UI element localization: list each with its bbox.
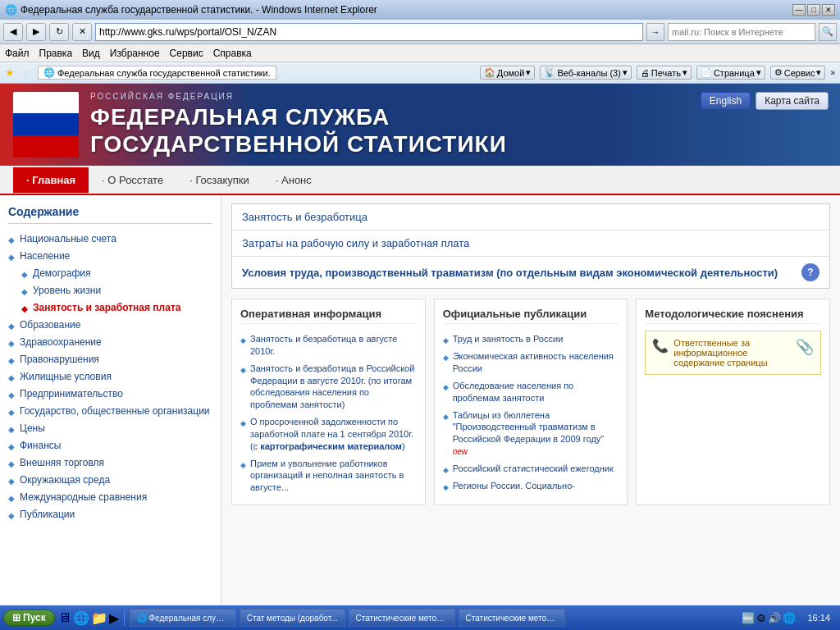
page-btn[interactable]: 📄 Страница ▾ <box>696 66 765 80</box>
col2-item-4[interactable]: ◆ Российский статистический ежегодник <box>443 460 619 477</box>
quick-launch: 🖥 🌐 📁 ▶ <box>58 610 119 626</box>
sidebar-item-living[interactable]: ◆ Уровень жизни <box>8 282 212 299</box>
tray-icon-1: 🔤 <box>742 612 755 624</box>
start-btn[interactable]: ⊞ Пуск <box>3 609 55 626</box>
nav-announce[interactable]: · Анонс <box>262 167 325 193</box>
sidebar-item-international[interactable]: ◆ Международные сравнения <box>8 489 212 506</box>
taskbar: ⊞ Пуск 🖥 🌐 📁 ▶ 🌐 Федеральная служб... Ст… <box>0 605 840 630</box>
desktop-icon[interactable]: 🖥 <box>58 610 71 625</box>
system-tray: 🔤 ⚙ 🔊 🌐 <box>742 612 796 624</box>
paperclip-icon: 📎 <box>796 338 814 356</box>
stop-btn[interactable]: ✕ <box>72 23 92 41</box>
bullet-icon: ◆ <box>8 355 15 367</box>
col1-item-0[interactable]: ◆ Занятость и безработица в августе 2010… <box>240 331 417 360</box>
bullet-icon: ◆ <box>8 338 15 349</box>
menu-edit[interactable]: Правка <box>39 48 73 59</box>
search-go-btn[interactable]: 🔍 <box>819 23 837 41</box>
bullet-icon: ◆ <box>8 252 15 263</box>
sidebar-item-health[interactable]: ◆ Здравоохранение <box>8 334 212 351</box>
taskbar-btn-2[interactable]: Стат методы (доработ... <box>240 609 345 627</box>
content-link-costs[interactable]: Затраты на рабочую силу и заработная пла… <box>232 231 829 257</box>
bullet-icon: ◆ <box>8 424 15 436</box>
sidebar-item-prices[interactable]: ◆ Цены <box>8 420 212 437</box>
content-link-conditions[interactable]: Условия труда, производственный травмати… <box>232 257 829 288</box>
bullet-icon-active: ◆ <box>21 304 28 315</box>
sidebar-item-trade[interactable]: ◆ Внешняя торговля <box>8 454 212 472</box>
menu-view[interactable]: Вид <box>82 48 100 59</box>
sidebar-item-publications[interactable]: ◆ Публикации <box>8 506 212 523</box>
chevron-down-icon: ▾ <box>526 67 531 78</box>
page-icon: 📄 <box>701 67 712 78</box>
header-title: ФЕДЕРАЛЬНАЯ СЛУЖБА ГОСУДАРСТВЕННОЙ СТАТИ… <box>90 104 507 157</box>
col1-item-1[interactable]: ◆ Занятость и безработица в Российской Ф… <box>240 360 417 413</box>
sidebar-item-finance[interactable]: ◆ Финансы <box>8 437 212 454</box>
content-area: Занятость и безработица Затраты на рабоч… <box>221 195 840 609</box>
col2-item-1[interactable]: ◆ Экономическая активность населения Рос… <box>443 348 619 377</box>
print-btn[interactable]: 🖨 Печать ▾ <box>637 66 692 80</box>
go-btn[interactable]: → <box>646 23 664 41</box>
bullet-icon: ◆ <box>8 510 15 522</box>
feeds-btn[interactable]: 📡 Веб-каналы (3) ▾ <box>540 66 631 80</box>
taskbar-btn-4[interactable]: Статистические метод... <box>459 609 565 627</box>
col2-item-0[interactable]: ◆ Труд и занятость в России <box>443 331 619 348</box>
bullet-icon: ◆ <box>443 465 449 475</box>
note-box[interactable]: 📞 Ответственные за информационное содерж… <box>645 331 821 375</box>
sidebar-item-housing[interactable]: ◆ Жилищные условия <box>8 368 212 386</box>
favorites-bar: ★ ☆ 🌐 Федеральная служба государственной… <box>0 62 840 84</box>
tray-icon-4: 🌐 <box>783 612 796 624</box>
media-icon[interactable]: ▶ <box>109 610 119 626</box>
content-link-employment[interactable]: Занятость и безработица <box>232 204 829 231</box>
taskbar-btn-1[interactable]: 🌐 Федеральная служб... <box>130 609 236 627</box>
sitemap-btn[interactable]: Карта сайта <box>756 92 829 110</box>
nav-about[interactable]: · О Росстате <box>89 167 176 193</box>
sidebar-item-business[interactable]: ◆ Предпринимательство <box>8 386 212 403</box>
site-header: РОССИЙСКАЯ ФЕДЕРАЦИЯ ФЕДЕРАЛЬНАЯ СЛУЖБА … <box>0 84 840 166</box>
menu-help[interactable]: Справка <box>213 48 252 59</box>
nav-home[interactable]: · Главная <box>13 167 89 193</box>
maximize-btn[interactable]: □ <box>807 4 820 16</box>
forward-btn[interactable]: ▶ <box>26 23 46 41</box>
chevron-right-icon: » <box>830 68 835 77</box>
official-publications-title: Официальные публикации <box>443 308 619 324</box>
clock: 16:14 <box>801 613 837 623</box>
close-btn[interactable]: ✕ <box>822 4 835 16</box>
home-btn[interactable]: 🏠 Домой ▾ <box>480 66 536 80</box>
bullet-icon: ◆ <box>443 382 449 392</box>
col1-item-2[interactable]: ◆ О просроченной задолженности по зарабо… <box>240 413 417 455</box>
sidebar-item-education[interactable]: ◆ Образование <box>8 317 212 334</box>
phone-icon: 📞 <box>652 338 669 354</box>
tools-fav-btn[interactable]: ⚙ Сервис ▾ <box>770 66 826 80</box>
info-icon[interactable]: ? <box>801 263 819 281</box>
col2-item-3[interactable]: ◆ Таблицы из бюллетена "Производственный… <box>443 407 619 460</box>
folder-icon[interactable]: 📁 <box>91 610 107 626</box>
search-box[interactable] <box>668 23 815 41</box>
sidebar-item-crime[interactable]: ◆ Правонарушения <box>8 351 212 368</box>
menu-favorites[interactable]: Избранное <box>110 48 160 59</box>
col2-item-2[interactable]: ◆ Обследование населения по проблемам за… <box>443 377 619 407</box>
ie-icon[interactable]: 🌐 <box>73 610 89 626</box>
bullet-icon: ◆ <box>8 235 15 246</box>
sidebar-item-environment[interactable]: ◆ Окружающая среда <box>8 472 212 489</box>
sidebar-item-national[interactable]: ◆ Национальные счета <box>8 231 212 248</box>
sidebar-item-employment[interactable]: ◆ Занятость и заработная плата <box>8 299 212 317</box>
menu-file[interactable]: Файл <box>5 48 30 59</box>
back-btn[interactable]: ◀ <box>3 23 23 41</box>
address-bar[interactable] <box>95 23 643 41</box>
menu-tools[interactable]: Сервис <box>170 48 203 59</box>
bullet-icon: ◆ <box>21 269 28 281</box>
sidebar-item-population[interactable]: ◆ Население <box>8 248 212 265</box>
col1-item-3[interactable]: ◆ Прием и увольнение работников организа… <box>240 455 417 497</box>
nav-procurement[interactable]: · Госзакупки <box>176 167 262 193</box>
site-label: Федеральная служба государственной стати… <box>57 68 271 78</box>
three-columns: Оперативная информация ◆ Занятость и без… <box>231 299 830 505</box>
refresh-btn[interactable]: ↻ <box>49 23 69 41</box>
english-btn[interactable]: English <box>701 92 751 110</box>
sidebar-item-government[interactable]: ◆ Государство, общественные организации <box>8 403 212 420</box>
minimize-btn[interactable]: — <box>792 4 806 16</box>
favorite-site[interactable]: 🌐 Федеральная служба государственной ста… <box>38 66 276 80</box>
chevron-down-icon2: ▾ <box>623 67 628 78</box>
taskbar-btn-3[interactable]: Статистические метод... <box>349 609 455 627</box>
sidebar-item-demography[interactable]: ◆ Демография <box>8 265 212 282</box>
methodol-box: Методологические пояснения 📞 Ответственн… <box>636 299 830 505</box>
col2-item-5[interactable]: ◆ Регионы России. Социально- <box>443 477 619 495</box>
